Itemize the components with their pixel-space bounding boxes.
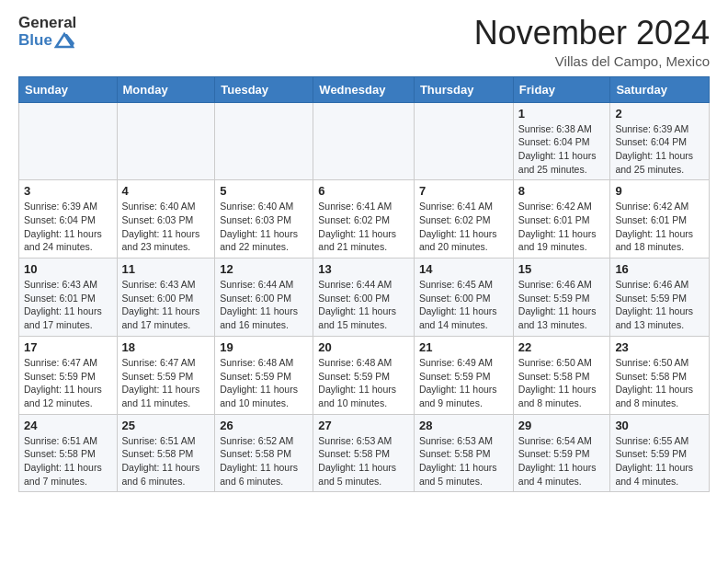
- day-number: 17: [24, 340, 112, 354]
- day-number: 10: [24, 262, 112, 276]
- day-cell: 3Sunrise: 6:39 AMSunset: 6:04 PMDaylight…: [19, 180, 118, 259]
- day-cell: 19Sunrise: 6:48 AMSunset: 5:59 PMDayligh…: [215, 336, 313, 414]
- day-cell: 24Sunrise: 6:51 AMSunset: 5:58 PMDayligh…: [19, 414, 118, 492]
- day-info: Sunrise: 6:47 AMSunset: 5:59 PMDaylight:…: [24, 356, 112, 410]
- day-number: 7: [419, 184, 508, 198]
- day-info: Sunrise: 6:42 AMSunset: 6:01 PMDaylight:…: [518, 200, 606, 254]
- calendar-table: SundayMondayTuesdayWednesdayThursdayFrid…: [18, 76, 710, 493]
- day-cell: 8Sunrise: 6:42 AMSunset: 6:01 PMDaylight…: [513, 180, 610, 259]
- day-number: 16: [615, 262, 704, 276]
- day-number: 13: [318, 262, 409, 276]
- day-info: Sunrise: 6:49 AMSunset: 5:59 PMDaylight:…: [419, 356, 508, 410]
- day-info: Sunrise: 6:55 AMSunset: 5:59 PMDaylight:…: [615, 434, 704, 488]
- logo-triangle-icon: [54, 32, 74, 49]
- day-number: 5: [220, 184, 308, 198]
- day-number: 14: [419, 262, 508, 276]
- day-number: 19: [220, 340, 308, 354]
- day-cell: 21Sunrise: 6:49 AMSunset: 5:59 PMDayligh…: [414, 336, 513, 414]
- day-info: Sunrise: 6:39 AMSunset: 6:04 PMDaylight:…: [615, 122, 704, 177]
- day-number: 22: [518, 340, 606, 354]
- day-cell: 7Sunrise: 6:41 AMSunset: 6:02 PMDaylight…: [414, 180, 513, 259]
- logo-blue: Blue: [18, 32, 52, 50]
- day-info: Sunrise: 6:42 AMSunset: 6:01 PMDaylight:…: [615, 200, 704, 254]
- logo: General Blue: [18, 15, 76, 49]
- day-info: Sunrise: 6:52 AMSunset: 5:58 PMDaylight:…: [220, 434, 308, 488]
- title-block: November 2024 Villas del Campo, Mexico: [474, 15, 710, 69]
- day-info: Sunrise: 6:40 AMSunset: 6:03 PMDaylight:…: [220, 200, 308, 254]
- day-number: 1: [518, 107, 606, 121]
- day-cell: 2Sunrise: 6:39 AMSunset: 6:04 PMDaylight…: [610, 102, 710, 180]
- day-cell: 23Sunrise: 6:50 AMSunset: 5:58 PMDayligh…: [610, 336, 710, 414]
- calendar-title: November 2024: [474, 15, 710, 52]
- day-info: Sunrise: 6:41 AMSunset: 6:02 PMDaylight:…: [419, 200, 508, 254]
- day-cell: 4Sunrise: 6:40 AMSunset: 6:03 PMDaylight…: [117, 180, 215, 259]
- day-number: 2: [615, 107, 704, 121]
- day-info: Sunrise: 6:43 AMSunset: 6:01 PMDaylight:…: [24, 278, 112, 332]
- day-info: Sunrise: 6:51 AMSunset: 5:58 PMDaylight:…: [122, 434, 210, 488]
- day-number: 23: [615, 340, 704, 354]
- day-number: 6: [318, 184, 409, 198]
- weekday-header-wednesday: Wednesday: [313, 76, 415, 102]
- day-cell: 9Sunrise: 6:42 AMSunset: 6:01 PMDaylight…: [610, 180, 710, 259]
- day-cell: [117, 102, 215, 180]
- week-row-3: 10Sunrise: 6:43 AMSunset: 6:01 PMDayligh…: [19, 259, 710, 337]
- weekday-header-tuesday: Tuesday: [215, 76, 313, 102]
- day-info: Sunrise: 6:48 AMSunset: 5:59 PMDaylight:…: [220, 356, 308, 410]
- day-number: 9: [615, 184, 704, 198]
- day-cell: 26Sunrise: 6:52 AMSunset: 5:58 PMDayligh…: [215, 414, 313, 492]
- weekday-header-saturday: Saturday: [610, 76, 710, 102]
- weekday-header-row: SundayMondayTuesdayWednesdayThursdayFrid…: [19, 76, 710, 102]
- day-info: Sunrise: 6:51 AMSunset: 5:58 PMDaylight:…: [24, 434, 112, 488]
- day-number: 24: [24, 419, 112, 432]
- day-cell: 1Sunrise: 6:38 AMSunset: 6:04 PMDaylight…: [513, 102, 610, 180]
- day-number: 28: [419, 419, 508, 432]
- day-number: 29: [518, 419, 606, 432]
- svg-marker-1: [64, 34, 74, 47]
- page-header: General Blue November 2024 Villas del Ca…: [18, 15, 710, 69]
- day-number: 15: [518, 262, 606, 276]
- day-info: Sunrise: 6:48 AMSunset: 5:59 PMDaylight:…: [318, 356, 409, 410]
- day-cell: 20Sunrise: 6:48 AMSunset: 5:59 PMDayligh…: [313, 336, 415, 414]
- day-cell: 15Sunrise: 6:46 AMSunset: 5:59 PMDayligh…: [513, 259, 610, 337]
- day-info: Sunrise: 6:41 AMSunset: 6:02 PMDaylight:…: [318, 200, 409, 254]
- day-info: Sunrise: 6:44 AMSunset: 6:00 PMDaylight:…: [318, 278, 409, 332]
- day-info: Sunrise: 6:46 AMSunset: 5:59 PMDaylight:…: [615, 278, 704, 332]
- day-number: 18: [122, 340, 210, 354]
- weekday-header-friday: Friday: [513, 76, 610, 102]
- week-row-4: 17Sunrise: 6:47 AMSunset: 5:59 PMDayligh…: [19, 336, 710, 414]
- day-cell: 27Sunrise: 6:53 AMSunset: 5:58 PMDayligh…: [313, 414, 415, 492]
- day-cell: 25Sunrise: 6:51 AMSunset: 5:58 PMDayligh…: [117, 414, 215, 492]
- day-number: 21: [419, 340, 508, 354]
- logo-general: General: [18, 15, 76, 32]
- weekday-header-thursday: Thursday: [414, 76, 513, 102]
- day-cell: [313, 102, 415, 180]
- day-info: Sunrise: 6:40 AMSunset: 6:03 PMDaylight:…: [122, 200, 210, 254]
- day-cell: 17Sunrise: 6:47 AMSunset: 5:59 PMDayligh…: [19, 336, 118, 414]
- day-number: 12: [220, 262, 308, 276]
- day-cell: 5Sunrise: 6:40 AMSunset: 6:03 PMDaylight…: [215, 180, 313, 259]
- day-info: Sunrise: 6:54 AMSunset: 5:59 PMDaylight:…: [518, 434, 606, 488]
- day-number: 20: [318, 340, 409, 354]
- day-cell: 16Sunrise: 6:46 AMSunset: 5:59 PMDayligh…: [610, 259, 710, 337]
- day-info: Sunrise: 6:38 AMSunset: 6:04 PMDaylight:…: [518, 122, 606, 177]
- day-cell: 11Sunrise: 6:43 AMSunset: 6:00 PMDayligh…: [117, 259, 215, 337]
- week-row-2: 3Sunrise: 6:39 AMSunset: 6:04 PMDaylight…: [19, 180, 710, 259]
- day-info: Sunrise: 6:50 AMSunset: 5:58 PMDaylight:…: [615, 356, 704, 410]
- day-number: 25: [122, 419, 210, 432]
- day-number: 4: [122, 184, 210, 198]
- day-cell: 10Sunrise: 6:43 AMSunset: 6:01 PMDayligh…: [19, 259, 118, 337]
- day-number: 27: [318, 419, 409, 432]
- week-row-5: 24Sunrise: 6:51 AMSunset: 5:58 PMDayligh…: [19, 414, 710, 492]
- day-cell: 12Sunrise: 6:44 AMSunset: 6:00 PMDayligh…: [215, 259, 313, 337]
- day-number: 11: [122, 262, 210, 276]
- weekday-header-monday: Monday: [117, 76, 215, 102]
- day-cell: 28Sunrise: 6:53 AMSunset: 5:58 PMDayligh…: [414, 414, 513, 492]
- day-cell: [215, 102, 313, 180]
- weekday-header-sunday: Sunday: [19, 76, 118, 102]
- day-info: Sunrise: 6:43 AMSunset: 6:00 PMDaylight:…: [122, 278, 210, 332]
- day-info: Sunrise: 6:45 AMSunset: 6:00 PMDaylight:…: [419, 278, 508, 332]
- day-cell: 29Sunrise: 6:54 AMSunset: 5:59 PMDayligh…: [513, 414, 610, 492]
- day-number: 3: [24, 184, 112, 198]
- day-number: 30: [615, 419, 704, 432]
- day-number: 8: [518, 184, 606, 198]
